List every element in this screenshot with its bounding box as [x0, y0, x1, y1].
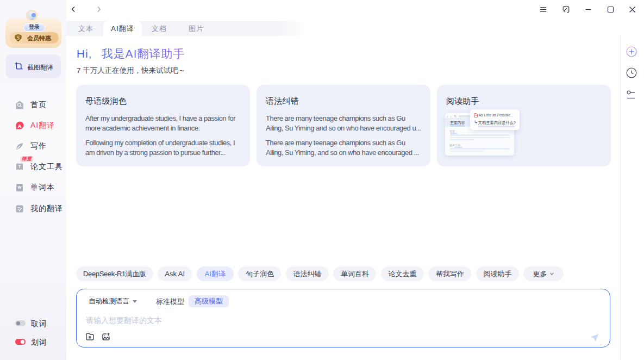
- svg-text:A: A: [18, 123, 22, 129]
- svg-text:S: S: [17, 35, 20, 41]
- svg-text:W: W: [18, 185, 22, 189]
- svg-text:T: T: [18, 164, 21, 169]
